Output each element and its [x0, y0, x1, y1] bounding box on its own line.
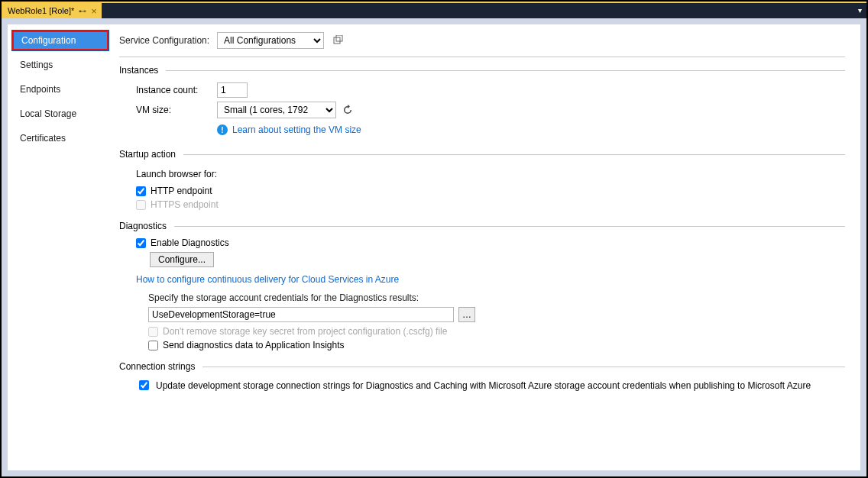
- sidebar-item-configuration[interactable]: Configuration: [12, 31, 108, 50]
- sidebar-item-endpoints[interactable]: Endpoints: [12, 79, 108, 99]
- dont-remove-secret-input: [148, 327, 158, 337]
- enable-diagnostics-input[interactable]: [136, 238, 146, 248]
- continuous-delivery-link[interactable]: How to configure continuous delivery for…: [136, 274, 399, 285]
- sidebar-item-local-storage[interactable]: Local Storage: [12, 104, 108, 124]
- role-editor-panel: Configuration Settings Endpoints Local S…: [8, 24, 860, 470]
- instance-count-label: Instance count:: [136, 85, 212, 95]
- storage-account-input[interactable]: [148, 307, 454, 322]
- learn-vm-size-link[interactable]: !Learn about setting the VM size: [217, 124, 361, 136]
- app-insights-checkbox[interactable]: Send diagnostics data to Application Ins…: [148, 340, 845, 350]
- document-tab-title: WebRole1 [Role]*: [8, 6, 74, 15]
- diagnostics-group: Diagnostics Enable Diagnostics Configure…: [119, 221, 845, 350]
- update-connection-strings-checkbox[interactable]: Update development storage connection st…: [136, 378, 845, 392]
- manage-configurations-icon[interactable]: [332, 34, 345, 47]
- startup-group: Startup action Launch browser for: HTTP …: [119, 149, 845, 210]
- http-endpoint-checkbox[interactable]: HTTP endpoint: [136, 186, 845, 196]
- divider: [202, 367, 845, 367]
- content-frame: Configuration Settings Endpoints Local S…: [2, 18, 866, 476]
- document-tab[interactable]: WebRole1 [Role]* ⊷ ×: [2, 3, 102, 18]
- launch-browser-label: Launch browser for:: [136, 169, 217, 179]
- connection-strings-group: Connection strings Update development st…: [119, 361, 845, 392]
- dont-remove-secret-checkbox: Don't remove storage key secret from pro…: [148, 326, 845, 337]
- app-insights-input[interactable]: [148, 341, 158, 350]
- diagnostics-header: Diagnostics: [119, 221, 167, 231]
- vm-size-select[interactable]: Small (1 cores, 1792 MB): [217, 102, 336, 118]
- instance-count-input[interactable]: [217, 82, 248, 98]
- document-tabstrip: WebRole1 [Role]* ⊷ × ▾: [2, 2, 866, 18]
- configuration-pane: Service Configuration: All Configuration…: [108, 24, 860, 470]
- close-icon[interactable]: ×: [91, 6, 97, 16]
- https-endpoint-input: [136, 200, 146, 210]
- pin-icon[interactable]: ⊷: [79, 7, 86, 15]
- vm-size-label: VM size:: [136, 105, 212, 115]
- info-icon: !: [217, 124, 228, 135]
- startup-header: Startup action: [119, 149, 176, 160]
- role-section-sidebar: Configuration Settings Endpoints Local S…: [8, 24, 108, 470]
- browse-storage-button[interactable]: …: [458, 307, 475, 322]
- divider: [183, 154, 845, 155]
- svg-rect-0: [334, 37, 340, 44]
- enable-diagnostics-checkbox[interactable]: Enable Diagnostics: [136, 237, 845, 248]
- sidebar-item-certificates[interactable]: Certificates: [12, 128, 108, 148]
- storage-credentials-label: Specify the storage account credentials …: [148, 292, 845, 303]
- service-config-row: Service Configuration: All Configuration…: [119, 32, 845, 57]
- sidebar-item-settings[interactable]: Settings: [12, 55, 108, 75]
- service-config-select[interactable]: All Configurations: [217, 32, 324, 49]
- svg-rect-1: [336, 35, 342, 41]
- divider: [166, 70, 845, 71]
- instances-group: Instances Instance count: VM size: Small…: [119, 65, 845, 138]
- instances-header: Instances: [119, 65, 158, 76]
- http-endpoint-input[interactable]: [136, 186, 146, 196]
- tab-overflow-icon[interactable]: ▾: [858, 6, 862, 15]
- https-endpoint-checkbox: HTTPS endpoint: [136, 199, 845, 210]
- service-config-label: Service Configuration:: [119, 35, 209, 46]
- divider: [174, 226, 845, 227]
- refresh-vm-sizes-icon[interactable]: [341, 103, 355, 117]
- configure-diagnostics-button[interactable]: Configure...: [150, 252, 214, 267]
- update-connection-strings-input[interactable]: [139, 380, 149, 390]
- connection-strings-header: Connection strings: [119, 361, 195, 372]
